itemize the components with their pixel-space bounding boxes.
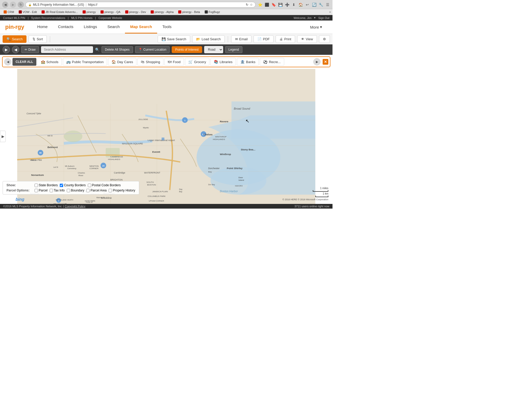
- poi-scroll-right[interactable]: ▶: [313, 58, 321, 65]
- draw-button[interactable]: ✏ Draw: [21, 46, 39, 53]
- settings-button[interactable]: ⚙: [319, 35, 330, 43]
- map-nav-arrow-back[interactable]: ◀: [12, 46, 19, 53]
- svg-text:Broad Sound: Broad Sound: [234, 107, 250, 110]
- bookmark-pinergy-alpha[interactable]: pinergy - Alpha: [149, 10, 176, 14]
- map-nav-arrow-left[interactable]: ▶: [3, 46, 10, 53]
- parcel-checkbox[interactable]: [35, 189, 38, 192]
- home-icon[interactable]: 🏠: [298, 2, 303, 8]
- bookmark-fogbugz[interactable]: FogBugz: [203, 10, 222, 14]
- save-icon[interactable]: 💾: [277, 2, 283, 8]
- search-address-input[interactable]: [41, 46, 93, 53]
- plus-icon[interactable]: ➕: [284, 2, 290, 8]
- poi-shopping-label: Shopping: [146, 60, 160, 64]
- sort-button[interactable]: ⇅ Sort: [29, 35, 47, 43]
- search-button[interactable]: 🔍 Search: [3, 35, 26, 43]
- signout-link[interactable]: Sign Out: [318, 16, 329, 19]
- poi-shopping[interactable]: 🛍 Shopping: [137, 58, 163, 66]
- tax-info-checkbox[interactable]: [50, 189, 53, 192]
- daycares-icon: 🏠: [111, 60, 116, 64]
- delete-shapes-button[interactable]: Delete All Shapes: [102, 46, 133, 53]
- property-history-checkbox[interactable]: [109, 189, 112, 192]
- vow-favicon: [19, 10, 22, 14]
- boundary-option[interactable]: Boundary: [67, 189, 84, 192]
- parcel-area-checkbox[interactable]: [86, 189, 90, 192]
- nav-tools[interactable]: Tools: [157, 21, 177, 34]
- pocket-icon[interactable]: 🔖: [271, 2, 276, 8]
- pdf-button[interactable]: 📄 PDF: [254, 35, 274, 43]
- bookmark-crm[interactable]: CRM: [2, 10, 16, 14]
- property-history-option[interactable]: Property History: [109, 189, 135, 192]
- libraries-icon: 📚: [214, 60, 218, 64]
- nav-more[interactable]: More ▾: [305, 21, 327, 33]
- poi-banks[interactable]: 🏦 Banks: [237, 58, 259, 66]
- poi-clear-all-button[interactable]: CLEAR ALL: [12, 58, 36, 66]
- state-borders-option[interactable]: State Borders: [35, 183, 58, 187]
- boundary-checkbox[interactable]: [67, 189, 70, 192]
- logo-text: pin: [5, 24, 14, 30]
- parcel-option[interactable]: Parcel: [35, 189, 48, 192]
- welcome-dropdown[interactable]: ▾: [314, 16, 316, 19]
- bookmark-vow[interactable]: VOW - Edit: [17, 10, 39, 14]
- postal-borders-option[interactable]: Postal Code Borders: [88, 183, 121, 187]
- system-link-corporate[interactable]: Corporate Website: [98, 16, 122, 19]
- poi-schools[interactable]: 🏫 Schools: [37, 58, 62, 66]
- map-collapse-arrow[interactable]: ▶: [0, 131, 6, 142]
- nav-listings[interactable]: Listings: [79, 21, 102, 34]
- developer-icon[interactable]: 🔧: [318, 2, 324, 8]
- nav-contacts[interactable]: Contacts: [53, 21, 78, 34]
- poi-grocery[interactable]: 🛒 Grocery: [185, 58, 209, 66]
- tax-info-option[interactable]: Tax Info: [50, 189, 65, 192]
- bookmark-pinergy1[interactable]: pinergy: [81, 10, 98, 14]
- search-address-icon[interactable]: 🔍: [95, 48, 99, 52]
- poi-banks-label: Banks: [246, 60, 255, 64]
- menu-icon[interactable]: ☰: [325, 2, 330, 8]
- poi-scroll-left[interactable]: ◀: [4, 58, 11, 65]
- poi-public-transport[interactable]: 🚌 Public Transportation: [63, 58, 107, 66]
- poi-daycares[interactable]: 🏠 Day Cares: [108, 58, 136, 66]
- bookmark-icon[interactable]: ⭐: [257, 2, 263, 8]
- browser-actions: ⭐ ⬛ 🔖 💾 ➕ ⬇ 🏠 ↩ 🔄 🔧 ☰: [257, 2, 330, 8]
- nav-home[interactable]: Home: [32, 21, 53, 34]
- poi-close-button[interactable]: ✕: [323, 59, 328, 65]
- jb-favicon: [42, 10, 45, 14]
- bookmark-pinergy-dev[interactable]: pinergy - Dev: [123, 10, 148, 14]
- bookmark-pinergy-qa[interactable]: pinergy - QA: [98, 10, 123, 14]
- back-button[interactable]: ◀: [2, 2, 8, 8]
- current-location-label: Current Location: [143, 48, 167, 51]
- nav-map-search[interactable]: Map Search: [125, 21, 157, 34]
- nav-search[interactable]: Search: [102, 21, 125, 34]
- bookmark-pinergy-beta[interactable]: pinergy - Beta: [176, 10, 202, 14]
- county-borders-option[interactable]: County Borders: [60, 183, 85, 187]
- forward-button[interactable]: ▶: [10, 2, 16, 8]
- save-search-button[interactable]: 💾 Save Search: [158, 35, 190, 43]
- refresh-button[interactable]: ↻: [18, 2, 24, 8]
- bookmark-jb[interactable]: JB Real Estate Adventu...: [39, 10, 80, 14]
- parcel-options-row: Parcel Options: Parcel Tax Info Boundary…: [6, 189, 135, 192]
- current-location-button[interactable]: 📍 Current Location: [135, 46, 170, 53]
- system-link-recommendations[interactable]: System Recommendations: [31, 16, 65, 19]
- tab-icon[interactable]: ⬛: [264, 2, 270, 8]
- load-search-button[interactable]: 📂 Load Search: [192, 35, 225, 43]
- system-link-contact[interactable]: Contact MLS PIN: [3, 16, 25, 19]
- legend-button[interactable]: Legend: [225, 46, 242, 53]
- poi-libraries[interactable]: 📚 Libraries: [210, 58, 236, 66]
- view-button[interactable]: 👁 View: [297, 35, 317, 43]
- email-button[interactable]: ✉ Email: [231, 35, 252, 43]
- state-borders-checkbox[interactable]: [35, 184, 38, 187]
- download-icon[interactable]: ⬇: [291, 2, 297, 8]
- bookmarks-overflow[interactable]: »: [329, 10, 331, 14]
- points-of-interest-button[interactable]: Points of Interest: [172, 46, 202, 53]
- sync-icon[interactable]: 🔄: [311, 2, 317, 8]
- system-link-homes[interactable]: MLS PIN Homes: [71, 16, 92, 19]
- bookmark-fogbugz-label: FogBugz: [209, 10, 220, 14]
- print-button[interactable]: 🖨 Print: [276, 35, 295, 43]
- county-borders-checkbox[interactable]: [60, 184, 63, 187]
- postal-borders-checkbox[interactable]: [88, 184, 91, 187]
- share-icon[interactable]: ↩: [304, 2, 310, 8]
- map-type-select[interactable]: Road Aerial: [204, 46, 223, 53]
- poi-food[interactable]: 🍽 Food: [164, 58, 184, 66]
- poi-recreation[interactable]: ⚽ Recre...: [260, 58, 284, 66]
- parcel-area-option[interactable]: Parcel Area: [86, 189, 107, 192]
- map-toolbar: ▶ ◀ ✏ Draw 🔍 Delete All Shapes 📍 Current…: [0, 44, 332, 55]
- policy-link[interactable]: Copyright Policy: [65, 205, 85, 208]
